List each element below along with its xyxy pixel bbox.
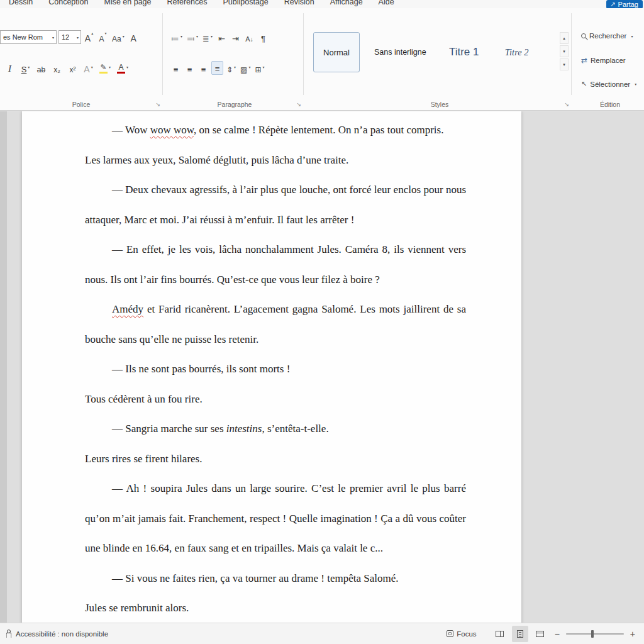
sort-button[interactable]: A↓: [243, 30, 255, 44]
font-name-value: es New Rom: [3, 33, 43, 41]
down-arrow-icon: ▾: [105, 31, 107, 35]
gallery-more-button[interactable]: ▾: [560, 58, 569, 70]
tab-affichage[interactable]: Affichage: [330, 0, 363, 8]
align-right-button[interactable]: ≡: [197, 61, 209, 75]
share-button[interactable]: ↗ Partag: [606, 0, 643, 8]
tab-aide[interactable]: Aide: [379, 0, 394, 8]
shading-icon: ▨: [240, 66, 247, 74]
align-center-button[interactable]: ≡: [184, 61, 196, 75]
group-divider: [571, 13, 572, 95]
increase-indent-button[interactable]: ⇥: [230, 30, 242, 44]
style-normal[interactable]: Normal: [313, 32, 360, 72]
tab-dessin[interactable]: Dessin: [9, 0, 33, 8]
tab-conception[interactable]: Conception: [48, 0, 88, 8]
align-left-button[interactable]: ≡: [170, 61, 182, 75]
clear-formatting-button[interactable]: A: [128, 30, 140, 44]
multilevel-list-button[interactable]: ≣▾: [201, 30, 214, 44]
ribbon-tabs: Dessin Conception Mise en page Référence…: [0, 0, 644, 8]
select-button[interactable]: ↖ Sélectionner ▾: [581, 80, 636, 88]
shading-button[interactable]: ▨▾: [239, 61, 252, 75]
read-mode-button[interactable]: [492, 626, 508, 642]
text-run: wow wow: [150, 124, 194, 136]
font-size-combo[interactable]: 12 ▾: [58, 30, 81, 44]
group-label-font: Police: [0, 101, 162, 108]
show-formatting-button[interactable]: ¶: [257, 30, 269, 44]
underline-button[interactable]: S▾: [19, 61, 31, 75]
align-center-icon: ≡: [187, 65, 192, 74]
borders-icon: ⊞: [255, 66, 261, 74]
share-label: Partag: [618, 1, 638, 8]
zoom-out-button[interactable]: −: [552, 629, 562, 639]
paragraph: Les larmes aux yeux, Salomé déglutit, pu…: [85, 145, 466, 175]
font-name-combo[interactable]: es New Rom ▾: [0, 30, 57, 44]
style-titre-1[interactable]: Titre 1: [441, 32, 487, 72]
style-sans-interligne[interactable]: Sans interligne: [366, 32, 435, 72]
find-button[interactable]: Rechercher ▾: [581, 32, 633, 40]
focus-label: Focus: [457, 630, 476, 638]
select-label: Sélectionner: [590, 80, 630, 88]
dialog-launcher-paragraph[interactable]: ↘: [296, 101, 301, 108]
subscript-button[interactable]: x₂: [51, 61, 63, 75]
shrink-font-button[interactable]: A▾: [97, 30, 109, 44]
highlight-color-button[interactable]: ✎ ▾: [98, 61, 112, 75]
change-case-button[interactable]: Aa▾: [111, 30, 126, 44]
style-label: Titre 1: [449, 46, 479, 58]
grow-font-button[interactable]: A▴: [83, 30, 95, 44]
chevron-down-icon: ▾: [91, 65, 93, 69]
ribbon: es New Rom ▾ 12 ▾ A▴ A▾ Aa▾ A I S▾: [0, 8, 644, 111]
document-page[interactable]: — Wow wow wow, on se calme ! Répète lent…: [22, 111, 521, 623]
print-layout-button[interactable]: [512, 626, 528, 642]
tab-publipostage[interactable]: Publipostage: [223, 0, 268, 8]
dialog-launcher-font[interactable]: ↘: [155, 101, 160, 108]
tab-revision[interactable]: Révision: [284, 0, 314, 8]
paragraph: — Ils ne sont pas bourrés, ils sont mort…: [85, 354, 466, 384]
zoom-in-button[interactable]: +: [628, 629, 638, 639]
dialog-launcher-styles[interactable]: ↘: [564, 101, 569, 108]
style-titre-2[interactable]: Titre 2: [494, 32, 540, 72]
chevron-down-icon: ▾: [248, 65, 250, 69]
borders-button[interactable]: ⊞▾: [253, 61, 265, 75]
accessibility-status[interactable]: Accessibilité : non disponible: [5, 630, 108, 638]
text-run: — Wow: [112, 124, 150, 136]
chevron-down-icon: ▾: [263, 65, 265, 69]
focus-button[interactable]: Focus: [447, 630, 476, 638]
focus-icon: [447, 630, 453, 637]
ribbon-tab-bar: Dessin Conception Mise en page Référence…: [0, 0, 644, 8]
bullets-button[interactable]: ≔▾: [170, 30, 184, 44]
status-bar-right: Focus − +: [447, 626, 638, 642]
chevron-down-icon: ▾: [180, 35, 182, 38]
gallery-scroll-up-button[interactable]: ▴: [560, 32, 569, 44]
web-layout-icon: [536, 631, 544, 637]
chevron-down-icon: ▾: [52, 35, 54, 40]
italic-button[interactable]: I: [4, 61, 16, 75]
font-color-button[interactable]: A ▾: [116, 61, 130, 75]
text-run: Leurs rires se firent hilares.: [85, 453, 202, 465]
pilcrow-icon: ¶: [261, 35, 265, 43]
tab-mise-en-page[interactable]: Mise en page: [104, 0, 151, 8]
text-run: — En effet, je les vois, lâcha nonchalam…: [85, 243, 466, 286]
replace-label: Remplacer: [591, 57, 626, 64]
change-case-label: Aa: [112, 35, 121, 43]
text-effects-button[interactable]: A▾: [82, 61, 94, 75]
replace-button[interactable]: ⇄ Remplacer: [581, 56, 626, 65]
zoom-slider[interactable]: [566, 633, 624, 635]
justify-button[interactable]: ≡: [211, 61, 223, 75]
styles-gallery: Normal Sans interligne Titre 1 Titre 2: [313, 32, 540, 72]
numbering-button[interactable]: ≕▾: [186, 30, 199, 44]
superscript-button[interactable]: x²: [67, 61, 79, 75]
align-right-icon: ≡: [201, 65, 206, 74]
paragraph: Leurs rires se firent hilares.: [85, 444, 466, 474]
paragraph: Jules se rembrunit alors.: [85, 593, 466, 623]
strikethrough-button[interactable]: ab: [35, 61, 47, 75]
text-run: Jules se rembrunit alors.: [85, 602, 189, 614]
text-run: , on se calme ! Répète lentement. On n’a…: [194, 124, 444, 136]
bullets-icon: ≔: [171, 35, 179, 43]
gallery-scroll-down-button[interactable]: ▾: [560, 45, 569, 57]
web-layout-button[interactable]: [532, 626, 548, 642]
clear-formatting-letter: A: [131, 34, 136, 43]
decrease-indent-button[interactable]: ⇤: [216, 30, 228, 44]
zoom-slider-knob[interactable]: [591, 630, 594, 638]
tab-references[interactable]: Références: [167, 0, 208, 8]
chevron-down-icon: ▾: [234, 65, 236, 69]
line-spacing-button[interactable]: ⇕▾: [225, 61, 237, 75]
